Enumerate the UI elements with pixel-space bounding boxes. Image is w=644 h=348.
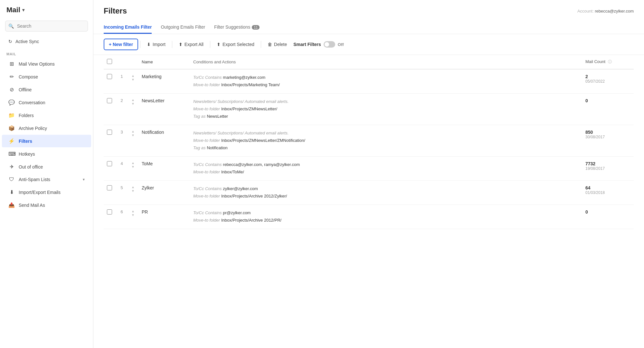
row-checkbox[interactable] — [107, 209, 112, 215]
sidebar-item-compose[interactable]: ✏ Compose — [2, 70, 91, 83]
sort-arrows[interactable]: ▲ ▼ — [131, 130, 135, 137]
export-selected-button[interactable]: ⬆ Export Selected — [212, 39, 259, 50]
row-number: 5 — [115, 181, 128, 205]
sidebar-item-hotkeys[interactable]: ⌨ Hotkeys — [2, 148, 91, 160]
account-label: Account: — [577, 9, 594, 14]
row-checkbox[interactable] — [107, 185, 112, 190]
filter-conditions: To/Cc Contains rebecca@zylker.com, ramya… — [190, 157, 582, 181]
sort-down-icon: ▼ — [131, 133, 135, 137]
sidebar-item-offline[interactable]: ⊘ Offline — [2, 83, 91, 96]
sort-arrows[interactable]: ▲ ▼ — [131, 98, 135, 105]
tab-incoming[interactable]: Incoming Emails Filter — [104, 21, 152, 34]
sidebar-item-label: Offline — [19, 87, 85, 92]
filter-icon: ⚡ — [8, 138, 15, 144]
export-selected-icon: ⬆ — [217, 42, 221, 47]
sidebar-item-mail-view-options[interactable]: ⊞ Mail View Options — [2, 58, 91, 70]
import-label: Import — [153, 42, 166, 47]
archive-icon: 📦 — [8, 125, 15, 131]
mail-count-date: 05/07/2022 — [585, 79, 630, 84]
row-number: 6 — [115, 205, 128, 229]
sort-up-icon: ▲ — [131, 98, 135, 102]
sort-arrows[interactable]: ▲ ▼ — [131, 74, 135, 81]
select-all-checkbox[interactable] — [107, 59, 112, 64]
filter-conditions: Newsletters/ Subscriptions/ Automated em… — [190, 125, 582, 157]
keyboard-icon: ⌨ — [8, 151, 15, 157]
sidebar-item-label: Hotkeys — [19, 151, 85, 157]
condition-value: Inbox/Projects/Archive 2012/PR/ — [221, 218, 281, 223]
sort-up-icon: ▲ — [131, 161, 135, 165]
export-all-button[interactable]: ⬆ Export All — [174, 39, 208, 50]
sidebar-item-label: Send Mail As — [19, 203, 85, 208]
row-checkbox[interactable] — [107, 161, 112, 166]
col-conditions-header: Conditions and Actions — [190, 55, 582, 69]
sort-up-icon: ▲ — [131, 130, 135, 133]
condition-key: To/Cc Contains — [193, 210, 222, 215]
row-checkbox[interactable] — [107, 98, 112, 103]
import-icon: ⬇ — [147, 42, 151, 47]
sort-arrows[interactable]: ▲ ▼ — [131, 209, 135, 217]
sidebar-title[interactable]: Mail ▾ — [6, 6, 87, 14]
sort-arrows[interactable]: ▲ ▼ — [131, 185, 135, 193]
condition-value: Inbox/Projects/ZMNewsLetter/ZMNotificati… — [221, 138, 305, 143]
condition-key: Move-to folder — [193, 194, 220, 198]
sidebar-search-container: 🔍 — [5, 21, 88, 32]
row-number: 3 — [115, 125, 128, 157]
filter-mail-count: 205/07/2022 — [582, 69, 634, 94]
sidebar-item-label: Out of office — [19, 164, 85, 169]
filter-mail-count: 6401/03/2018 — [582, 181, 634, 205]
sort-down-icon: ▼ — [131, 78, 135, 81]
tab-label: Incoming Emails Filter — [104, 24, 152, 30]
sidebar-item-send-mail-as[interactable]: 📤 Send Mail As — [2, 199, 91, 211]
tab-outgoing[interactable]: Outgoing Emails Filter — [161, 21, 205, 34]
filter-name: Marketing — [138, 69, 190, 94]
sort-arrows[interactable]: ▲ ▼ — [131, 161, 135, 169]
search-input[interactable] — [5, 21, 88, 32]
col-num-header — [115, 55, 128, 69]
row-checkbox[interactable] — [107, 74, 112, 79]
mail-count-number: 7732 — [585, 161, 630, 166]
sidebar-item-folders[interactable]: 📁 Folders — [2, 109, 91, 122]
tab-suggestions[interactable]: Filter Suggestions11 — [214, 21, 260, 34]
sidebar-item-filters[interactable]: ⚡ Filters — [2, 135, 91, 147]
mail-count-number: 64 — [585, 185, 630, 190]
sidebar-item-anti-spam[interactable]: 🛡 Anti-Spam Lists ▾ — [2, 173, 91, 186]
smart-filters-toggle[interactable] — [324, 41, 335, 48]
grid-icon: ⊞ — [8, 61, 15, 67]
sidebar-item-active-sync[interactable]: ↻ Active Sync — [2, 36, 91, 47]
filter-name: Notification — [138, 125, 190, 157]
filter-conditions: Newsletters/ Subscriptions/ Automated em… — [190, 94, 582, 125]
edit-icon: ✏ — [8, 74, 15, 80]
export-all-label: Export All — [185, 42, 204, 47]
table-header: Name Conditions and Actions Mail Count ⓘ — [104, 55, 634, 69]
sidebar-item-archive-policy[interactable]: 📦 Archive Policy — [2, 122, 91, 134]
condition-key: To/Cc Contains — [193, 186, 222, 191]
filter-name: NewsLetter — [138, 94, 190, 125]
import-button[interactable]: ⬇ Import — [142, 39, 170, 50]
table-row: 3 ▲ ▼ Notification Newsletters/ Subscrip… — [104, 125, 634, 157]
sidebar-item-label: Anti-Spam Lists — [19, 177, 79, 182]
mail-count-date: 30/08/2017 — [585, 135, 630, 139]
sidebar-caret-icon: ▾ — [22, 7, 24, 13]
mail-count-number: 850 — [585, 130, 630, 135]
condition-note: Newsletters/ Subscriptions/ Automated em… — [193, 99, 289, 104]
sidebar-title-text: Mail — [6, 6, 20, 14]
sidebar-item-import-export[interactable]: ⬇ Import/Export Emails — [2, 186, 91, 198]
mail-count-number: 0 — [585, 209, 630, 215]
filter-conditions: To/Cc Contains zylker@zylker.comMove-to … — [190, 181, 582, 205]
delete-button[interactable]: 🗑 Delete — [263, 39, 291, 50]
col-sort-header — [128, 55, 138, 69]
condition-key: To/Cc Contains — [193, 162, 222, 167]
new-filter-button[interactable]: + New filter — [104, 39, 138, 50]
sort-up-icon: ▲ — [131, 209, 135, 213]
condition-key: Tag as — [193, 114, 206, 119]
sidebar-item-out-of-office[interactable]: ✈ Out of office — [2, 160, 91, 173]
sidebar-item-label: Mail View Options — [19, 61, 85, 67]
row-checkbox[interactable] — [107, 130, 112, 135]
condition-key: Move-to folder — [193, 218, 220, 223]
sidebar-item-label: Conversation — [19, 100, 85, 105]
sidebar-item-label: Compose — [19, 74, 85, 79]
sidebar-item-label: Import/Export Emails — [19, 190, 85, 195]
filters-table: Name Conditions and Actions Mail Count ⓘ… — [104, 55, 634, 229]
sort-up-icon: ▲ — [131, 185, 135, 189]
sidebar-item-conversation[interactable]: 💬 Conversation — [2, 96, 91, 109]
